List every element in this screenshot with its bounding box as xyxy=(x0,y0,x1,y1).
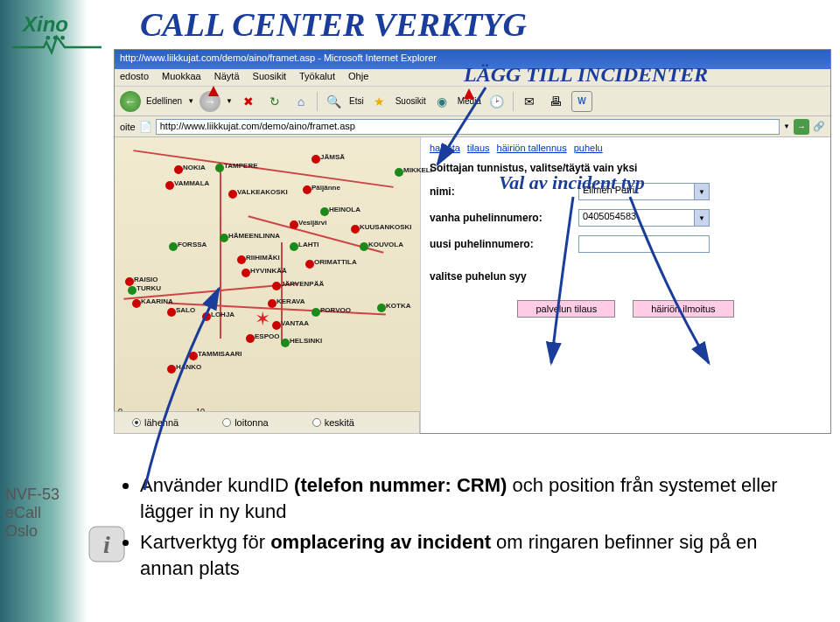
menu-help[interactable]: Ohje xyxy=(348,71,368,81)
map-city-dot[interactable] xyxy=(237,255,246,264)
map-city-dot[interactable] xyxy=(169,242,178,251)
home-icon[interactable]: ⌂ xyxy=(290,91,312,112)
incident-report-button[interactable]: häiriön ilmoitus xyxy=(633,300,733,318)
map-city-dot[interactable] xyxy=(202,312,211,321)
stop-icon[interactable]: ✖ xyxy=(238,91,259,112)
zoom-in-label: lähennä xyxy=(144,417,178,428)
map-city-dot[interactable] xyxy=(220,234,228,242)
bullet-1-pre: Använder kundID xyxy=(140,474,294,496)
tab-tilaus[interactable]: tilaus xyxy=(467,143,490,153)
tab-bar: hallinta tilaus häiriön tallennus puhelu xyxy=(430,143,822,153)
map-city-dot[interactable] xyxy=(351,225,360,234)
refresh-icon[interactable]: ↻ xyxy=(264,91,285,112)
map-city-label: KOTKA xyxy=(386,302,410,310)
map-city-dot[interactable] xyxy=(242,269,250,277)
browser-window: http://www.liikkujat.com/demo/aino/frame… xyxy=(114,49,831,434)
map-city-dot[interactable] xyxy=(360,242,368,251)
menu-file[interactable]: edosto xyxy=(120,71,149,81)
svg-text:Xino: Xino xyxy=(21,12,68,36)
bullet-2-pre: Kartverktyg för xyxy=(140,531,270,553)
back-label[interactable]: Edellinen xyxy=(146,96,182,106)
go-button[interactable]: → xyxy=(794,119,809,135)
map-city-label: TAMMISAARI xyxy=(198,350,242,358)
old-phone-dropdown[interactable]: 0405054583 xyxy=(578,209,710,227)
map-city-label: LOHJA xyxy=(211,311,234,318)
menu-edit[interactable]: Muokkaa xyxy=(162,71,201,81)
map-city-dot[interactable] xyxy=(305,260,314,269)
browser-addressbar: oite 📄 http://www.liikkujat.com/demo/ain… xyxy=(115,116,830,137)
map-city-dot[interactable] xyxy=(303,185,312,194)
map-city-label: LAHTI xyxy=(298,241,319,248)
forward-icon[interactable]: → xyxy=(200,91,220,112)
zoom-out-radio[interactable] xyxy=(222,418,231,427)
map-pane[interactable]: TAMPERENOKIAVAMMALAVALKEAKOSKIHÄMEENLINN… xyxy=(115,137,421,433)
map-city-dot[interactable] xyxy=(174,165,183,174)
center-radio[interactable] xyxy=(312,418,321,427)
tab-tallennus[interactable]: häiriön tallennus xyxy=(497,143,567,153)
url-input[interactable]: http://www.liikkujat.com/demo/aino/frame… xyxy=(156,119,780,135)
map-city-label: ORIMATTILA xyxy=(314,258,357,266)
links-icon[interactable]: 🔗 xyxy=(813,121,825,132)
map-city-dot[interactable] xyxy=(189,352,198,360)
new-phone-input[interactable] xyxy=(578,235,710,253)
zoom-in-radio[interactable] xyxy=(132,418,141,427)
new-phone-label: uusi puhelinnumero: xyxy=(430,238,578,250)
map-city-dot[interactable] xyxy=(312,155,320,164)
map-city-dot[interactable] xyxy=(320,207,329,216)
search-label[interactable]: Etsi xyxy=(349,96,364,106)
map-city-label: JÄMSÄ xyxy=(320,153,345,161)
map-city-dot[interactable] xyxy=(272,282,281,290)
callout-incident-type: Val av incident typ xyxy=(499,171,645,194)
incident-marker-icon: ✶ xyxy=(255,308,270,331)
menu-favorites[interactable]: Suosikit xyxy=(253,71,287,81)
menu-view[interactable]: Näytä xyxy=(214,71,240,81)
map-city-dot[interactable] xyxy=(268,299,276,308)
map-city-dot[interactable] xyxy=(395,168,403,177)
map-city-dot[interactable] xyxy=(281,339,290,347)
map-city-dot[interactable] xyxy=(167,365,176,374)
word-icon[interactable]: W xyxy=(571,91,592,112)
print-icon[interactable]: 🖶 xyxy=(545,91,566,112)
map-city-dot[interactable] xyxy=(272,321,281,330)
map-city-dot[interactable] xyxy=(128,286,136,295)
page-icon: 📄 xyxy=(139,121,152,133)
service-order-button[interactable]: palvelun tilaus xyxy=(517,300,615,318)
map-city-label: KERAVA xyxy=(276,297,305,305)
map-city-dot[interactable] xyxy=(312,308,320,317)
map-city-dot[interactable] xyxy=(215,164,224,172)
map-city-label: VALKEAKOSKI xyxy=(237,188,288,196)
media-label[interactable]: Media xyxy=(458,96,481,106)
bullet-2: Kartverktyg för omplacering av incident … xyxy=(140,529,788,581)
map-city-dot[interactable] xyxy=(246,334,255,343)
map-city-label: VANTAA xyxy=(281,319,309,327)
map-city-label: FORSSA xyxy=(178,241,206,248)
star-icon[interactable]: ★ xyxy=(369,91,390,112)
map-city-dot[interactable] xyxy=(290,220,298,229)
map-city-dot[interactable] xyxy=(290,242,298,251)
search-icon[interactable]: 🔍 xyxy=(323,91,344,112)
map-city-dot[interactable] xyxy=(228,190,237,199)
old-phone-label: vanha puhelinnumero: xyxy=(430,212,578,224)
favorites-label[interactable]: Suosikit xyxy=(396,96,426,106)
mail-icon[interactable]: ✉ xyxy=(519,91,540,112)
slide-bullets: Använder kundID (telefon nummer: CRM) oc… xyxy=(140,472,788,587)
back-icon[interactable]: ← xyxy=(120,91,141,112)
tab-puhelu[interactable]: puhelu xyxy=(574,143,603,153)
menu-tools[interactable]: Työkalut xyxy=(299,71,335,81)
history-icon[interactable]: 🕑 xyxy=(486,91,508,112)
browser-toolbar: ← Edellinen ▼ → ▼ ✖ ↻ ⌂ 🔍 Etsi ★ Suosiki… xyxy=(115,87,830,116)
info-icon: i xyxy=(88,525,126,563)
map-city-dot[interactable] xyxy=(125,277,134,286)
media-icon[interactable]: ◉ xyxy=(431,91,452,112)
callout-add-incidents: LÄGG TILL INCIDENTER xyxy=(464,63,708,87)
map-city-dot[interactable] xyxy=(132,299,141,308)
tab-hallinta[interactable]: hallinta xyxy=(430,143,460,153)
content-area: TAMPERENOKIAVAMMALAVALKEAKOSKIHÄMEENLINN… xyxy=(115,137,830,433)
map-city-label: KOUVOLA xyxy=(368,241,403,248)
bullet-1: Använder kundID (telefon nummer: CRM) oc… xyxy=(140,472,788,524)
map-city-dot[interactable] xyxy=(167,308,176,317)
map-city-dot[interactable] xyxy=(165,181,174,190)
map-city-dot[interactable] xyxy=(377,304,386,312)
map-city-label: RIIHIMÄKI xyxy=(246,254,280,262)
aino-logo: Xino xyxy=(7,5,112,61)
